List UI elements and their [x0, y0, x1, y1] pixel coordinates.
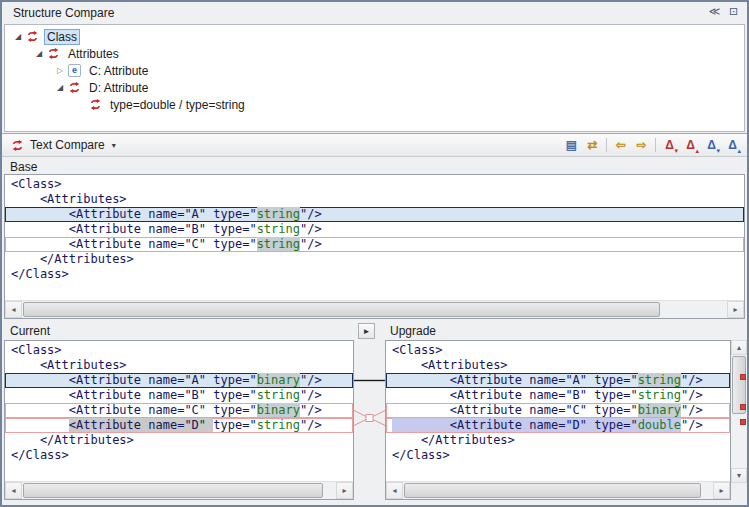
code-line[interactable]: </Attributes>: [5, 252, 744, 267]
scroll-right-icon: ▸: [733, 305, 737, 314]
diff-red-icon: [46, 47, 61, 60]
e-badge-icon: e: [67, 64, 82, 77]
text-compare-menu[interactable]: Text Compare ▾: [10, 138, 116, 152]
base-horizontal-scrollbar[interactable]: ◂ ▸: [5, 300, 744, 318]
scrollbar-track[interactable]: [22, 482, 336, 499]
overview-diff-mark[interactable]: [740, 374, 746, 380]
scroll-left-icon: ◂: [392, 486, 396, 495]
scroll-up-icon: ▴: [737, 343, 741, 352]
code-line[interactable]: <Attribute name="A" type="binary"/>: [5, 373, 353, 388]
restore-panel-button[interactable]: ⊡: [725, 3, 742, 20]
vertical-scrollbar[interactable]: ▴ ▾: [731, 340, 747, 483]
scrollbar-thumb[interactable]: [23, 483, 323, 498]
diff-red-icon: [10, 139, 25, 152]
current-pane: <Class> <Attributes> <Attribute name="A"…: [4, 340, 354, 500]
code-line[interactable]: <Attribute name="B" type="string"/>: [386, 388, 730, 403]
current-horizontal-scrollbar[interactable]: ◂ ▸: [5, 481, 353, 499]
overview-diff-mark[interactable]: [740, 404, 746, 410]
code-line[interactable]: <Attributes>: [5, 192, 744, 207]
expander-expanded-icon[interactable]: ◢: [53, 83, 67, 92]
collapse-panel-button[interactable]: ≪: [706, 3, 723, 20]
structure-compare-header: Structure Compare ≪ ⊡: [2, 2, 747, 23]
tree-item-label: Class: [44, 29, 80, 45]
current-pane-label: Current: [10, 324, 50, 338]
toolbar-separator: [655, 138, 656, 152]
expander-expanded-icon[interactable]: ◢: [32, 49, 46, 58]
tree-item-attributes[interactable]: ◢Attributes: [5, 45, 744, 62]
upgrade-horizontal-scrollbar[interactable]: ◂ ▸: [386, 481, 730, 499]
code-line[interactable]: </Class>: [386, 448, 730, 463]
scroll-down-icon: ▾: [737, 471, 741, 480]
scrollbar-track[interactable]: [22, 301, 727, 318]
base-code-area[interactable]: <Class> <Attributes> <Attribute name="A"…: [5, 175, 744, 301]
structure-compare-tree[interactable]: ◢Class◢Attributes▷eC: Attribute◢D: Attri…: [4, 24, 745, 132]
scrollbar-track[interactable]: [403, 482, 713, 499]
expander-collapsed-icon[interactable]: ▷: [53, 66, 67, 75]
code-line[interactable]: <Attribute name="C" type="binary"/>: [5, 403, 353, 418]
code-line[interactable]: <Attribute name="A" type="string"/>: [386, 373, 730, 388]
text-compare-title: Text Compare: [30, 138, 105, 152]
text-compare-toolbar: ▤⇄⇦⇨Δ▾Δ▴Δ▾Δ▴: [561, 136, 743, 155]
tree-item-d-attribute[interactable]: ◢D: Attribute: [5, 79, 744, 96]
code-line[interactable]: <Attributes>: [5, 358, 353, 373]
scroll-right-button[interactable]: ▸: [713, 482, 730, 499]
expander-expanded-icon[interactable]: ◢: [11, 32, 25, 41]
code-line[interactable]: </Attributes>: [5, 433, 353, 448]
tree-item-type-double-type-string[interactable]: type=double / type=string: [5, 96, 744, 113]
scroll-left-icon: ◂: [11, 305, 15, 314]
scroll-left-icon: ◂: [11, 486, 15, 495]
upgrade-vertical-scrollbar[interactable]: ▴ ▾: [731, 340, 747, 500]
scroll-right-button[interactable]: ▸: [336, 482, 353, 499]
code-line[interactable]: <Class>: [5, 343, 353, 358]
code-line[interactable]: </Class>: [5, 267, 744, 282]
next-difference-icon[interactable]: Δ▾: [659, 136, 680, 155]
code-line[interactable]: <Attribute name="D" type="string"/>: [5, 418, 353, 433]
code-line[interactable]: <Attribute name="D" type="double"/>: [386, 418, 730, 433]
scroll-up-button[interactable]: ▴: [731, 340, 747, 355]
code-line[interactable]: <Attribute name="C" type="binary"/>: [386, 403, 730, 418]
current-code-area[interactable]: <Class> <Attributes> <Attribute name="A"…: [5, 341, 353, 482]
next-change-icon[interactable]: Δ▾: [701, 136, 722, 155]
copy-all-changes-icon[interactable]: ⇄: [582, 136, 603, 155]
tree-item-label: D: Attribute: [86, 80, 151, 96]
copy-change-left-icon[interactable]: ⇦: [610, 136, 631, 155]
diff-red-icon: [25, 30, 40, 43]
code-line[interactable]: <Class>: [5, 177, 744, 192]
code-line[interactable]: <Attribute name="C" type="string"/>: [5, 237, 744, 252]
code-line[interactable]: </Attributes>: [386, 433, 730, 448]
structure-compare-title: Structure Compare: [13, 6, 114, 20]
scroll-down-button[interactable]: ▾: [731, 468, 747, 483]
code-line[interactable]: </Class>: [5, 448, 353, 463]
tree-item-class[interactable]: ◢Class: [5, 28, 744, 45]
compare-window: Structure Compare ≪ ⊡ ◢Class◢Attributes▷…: [0, 0, 749, 507]
diff-red-icon: [88, 98, 103, 111]
overview-diff-mark[interactable]: [740, 419, 746, 425]
dropdown-arrow-icon[interactable]: ▾: [112, 141, 116, 150]
scrollbar-thumb[interactable]: [23, 302, 660, 317]
tree-item-label: C: Attribute: [86, 63, 151, 79]
copy-change-right-icon[interactable]: ⇨: [631, 136, 652, 155]
code-line[interactable]: <Attribute name="A" type="string"/>: [5, 207, 744, 222]
scrollbar-track[interactable]: [731, 355, 747, 468]
merge-direction-button[interactable]: ►: [358, 323, 375, 339]
tree-item-c-attribute[interactable]: ▷eC: Attribute: [5, 62, 744, 79]
scroll-left-button[interactable]: ◂: [5, 482, 22, 499]
scroll-left-button[interactable]: ◂: [386, 482, 403, 499]
ancestor-pane-toggle-icon[interactable]: ▤: [561, 136, 582, 155]
structure-compare-actions: ≪ ⊡: [706, 3, 742, 20]
code-line[interactable]: <Attribute name="B" type="string"/>: [5, 388, 353, 403]
code-line[interactable]: <Class>: [386, 343, 730, 358]
previous-change-icon[interactable]: Δ▴: [722, 136, 743, 155]
previous-difference-icon[interactable]: Δ▴: [680, 136, 701, 155]
scroll-right-button[interactable]: ▸: [727, 301, 744, 318]
scrollbar-thumb[interactable]: [404, 483, 701, 498]
base-pane: <Class> <Attributes> <Attribute name="A"…: [4, 174, 745, 319]
diff-connector-graphic: [354, 340, 385, 481]
upgrade-pane-label: Upgrade: [390, 324, 436, 338]
upgrade-code-area[interactable]: <Class> <Attributes> <Attribute name="A"…: [386, 341, 730, 482]
code-line[interactable]: <Attribute name="B" type="string"/>: [5, 222, 744, 237]
code-line[interactable]: <Attributes>: [386, 358, 730, 373]
collapse-panel-icon: ≪: [709, 5, 721, 17]
scroll-left-button[interactable]: ◂: [5, 301, 22, 318]
scroll-right-icon: ▸: [719, 486, 723, 495]
